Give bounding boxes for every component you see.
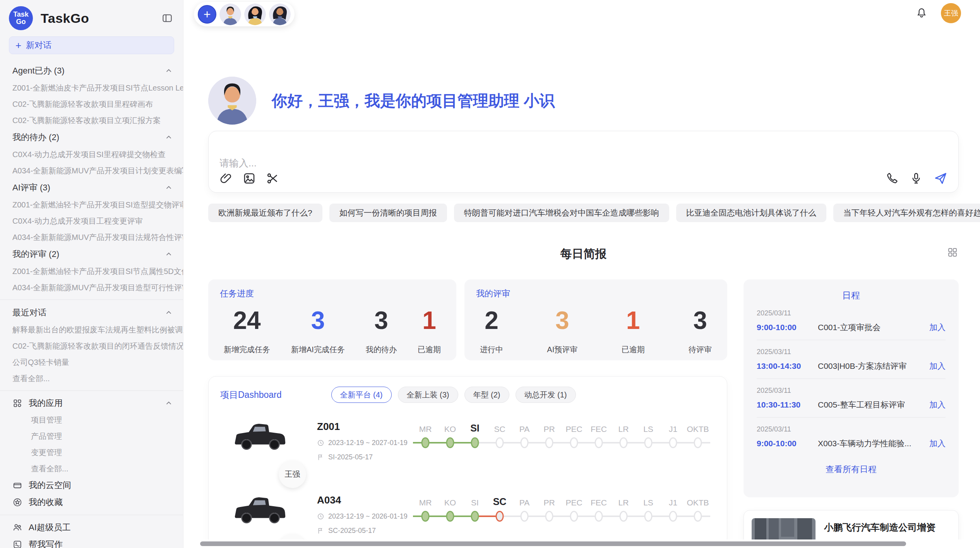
milestone-node	[669, 437, 677, 448]
chat-input-placeholder[interactable]: 请输入...	[219, 157, 947, 170]
recent-chats-header[interactable]: 最近对话	[0, 304, 183, 322]
notification-bell-icon[interactable]	[915, 7, 928, 19]
stat-card-title: 我的评审	[476, 288, 716, 300]
milestone-node	[595, 437, 603, 448]
milestone-label: OKTB	[687, 493, 709, 507]
project-row[interactable]: 王强Z0012023-12-19 ~ 2027-01-19SI-2025-05-…	[220, 418, 715, 476]
stat-value: 24	[233, 307, 260, 334]
event-join-link[interactable]: 加入	[929, 361, 946, 372]
sidebar-task-item[interactable]: C02-飞腾新能源轻客改款项目立项汇报方案	[0, 112, 183, 128]
voice-call-icon[interactable]	[886, 172, 899, 185]
member-avatar[interactable]	[219, 3, 241, 25]
sidebar-tool-ai-staff-icon[interactable]: AI超级员工	[0, 519, 183, 536]
stat-items: 2进行中3AI预评审1已逾期3待评审	[476, 307, 716, 355]
my-apps-header[interactable]: 我的应用	[0, 395, 183, 412]
milestone-node-row	[413, 436, 438, 449]
sidebar-task-item[interactable]: C0X4-动力总成开发项目工程变更评审	[0, 213, 183, 229]
suggestion-chips: 欧洲新规最近颁布了什么?如何写一份清晰的项目周报特朗普可能对进口汽车增税会对中国…	[208, 204, 959, 222]
recent-chat-item[interactable]: C02-飞腾新能源轻客改款项目的闭环通告反馈情况	[0, 338, 183, 354]
add-conversation-button[interactable]: +	[198, 5, 216, 24]
milestone: SC	[487, 419, 512, 476]
project-name: A034	[317, 494, 410, 506]
milestone-node-row	[685, 510, 710, 523]
sidebar-task-item[interactable]: A034-全新新能源MUV产品开发项目计划变更表编写	[0, 163, 183, 179]
milestone-label: KO	[444, 419, 456, 434]
event-name: X003-车辆动力学性能验...	[818, 438, 929, 449]
milestone-node-row	[487, 436, 512, 449]
app-sub-item[interactable]: 项目管理	[0, 412, 183, 428]
section-header[interactable]: 我的评审 (2)	[0, 245, 183, 263]
sidebar-task-item[interactable]: C02-飞腾新能源轻客改款项目里程碑画布	[0, 96, 183, 112]
dashboard-filter-tab[interactable]: 年型 (2)	[464, 387, 509, 403]
suggestion-chip[interactable]: 如何写一份清晰的项目周报	[329, 204, 447, 222]
app-logo: Task Go	[9, 6, 33, 30]
milestone-label: J1	[669, 419, 677, 434]
milestone-node	[521, 437, 529, 448]
recent-chat-item[interactable]: 查看全部...	[0, 370, 183, 387]
section-header[interactable]: 我的待办 (2)	[0, 128, 183, 146]
suggestion-chip[interactable]: 特朗普可能对进口汽车增税会对中国车企造成哪些影响	[454, 204, 669, 222]
screenshot-scissors-icon[interactable]	[266, 172, 279, 185]
event-join-link[interactable]: 加入	[929, 399, 946, 410]
milestone-track: MRKOSISCPAPRPECFECLRLSJ1OKTB	[413, 418, 710, 476]
chat-input-card[interactable]: 请输入...	[208, 131, 959, 193]
milestone: PR	[537, 419, 562, 476]
dashboard-filter-tab[interactable]: 动总开发 (1)	[516, 387, 576, 403]
milestone-node	[694, 511, 702, 522]
project-flag-milestone: SC-2025-05-17	[317, 527, 410, 535]
project-list: 王强Z0012023-12-19 ~ 2027-01-19SI-2025-05-…	[220, 418, 715, 548]
new-chat-button[interactable]: + 新对话	[9, 36, 174, 54]
briefing-layout-icon[interactable]	[947, 247, 958, 258]
stat-label: 进行中	[480, 344, 503, 355]
milestone-label: PA	[519, 493, 529, 507]
sidebar-task-item[interactable]: Z001-全新燃油轻卡产品开发项目SI节点属性5D文件评审	[0, 263, 183, 279]
conversation-avatars: +	[194, 2, 295, 26]
stat-item: 3我的待办	[366, 307, 397, 355]
recent-chat-item[interactable]: 公司Q3轻卡销量	[0, 354, 183, 370]
main-area: + 王强 你好，王强，我是你的项目管理助理 小识 请输入...	[183, 0, 980, 548]
microphone-icon[interactable]	[910, 172, 923, 185]
recent-chat-item[interactable]: 解释最新出台的欧盟报废车法规再生塑料比例被调至15%...	[0, 322, 183, 338]
sidebar-link-cloud-space-icon[interactable]: 我的云空间	[0, 477, 183, 494]
section-header[interactable]: AI评审 (3)	[0, 179, 183, 197]
sidebar-task-item[interactable]: A034-全新新能源MUV产品开发项目造型可行性评审	[0, 279, 183, 296]
dashboard-filter-tab[interactable]: 全新平台 (4)	[331, 387, 392, 403]
image-upload-icon[interactable]	[243, 172, 256, 185]
sidebar-collapse-icon[interactable]	[161, 12, 173, 24]
sidebar-task-item[interactable]: C0X4-动力总成开发项目SI里程碑提交物检查	[0, 146, 183, 163]
app-sub-item[interactable]: 产品管理	[0, 428, 183, 444]
milestone-node	[421, 437, 430, 448]
suggestion-chip[interactable]: 比亚迪全固态电池计划具体说了什么	[676, 204, 826, 222]
stat-item: 3待评审	[689, 307, 712, 355]
app-sub-item[interactable]: 查看全部...	[0, 461, 183, 477]
chevron-up-icon	[164, 399, 173, 408]
app-sub-item[interactable]: 变更管理	[0, 444, 183, 461]
sidebar-tool-writing-icon[interactable]: 帮我写作	[0, 536, 183, 548]
dashboard-filter-tab[interactable]: 全新上装 (3)	[398, 387, 458, 403]
member-avatar[interactable]	[244, 3, 266, 25]
event-join-link[interactable]: 加入	[929, 438, 946, 449]
view-all-schedule-link[interactable]: 查看所有日程	[757, 464, 946, 475]
milestone-node-row	[512, 436, 537, 449]
event-join-link[interactable]: 加入	[929, 322, 946, 333]
user-avatar[interactable]: 王强	[941, 3, 961, 23]
send-icon[interactable]	[934, 171, 947, 185]
member-avatar[interactable]	[269, 3, 291, 25]
milestone-label: LS	[643, 419, 653, 434]
sidebar-task-item[interactable]: Z001-全新燃油皮卡产品开发项目SI节点Lesson Learn报告	[0, 80, 183, 96]
attachment-icon[interactable]	[219, 172, 233, 185]
suggestion-chip[interactable]: 欧洲新规最近颁布了什么?	[208, 204, 322, 222]
stat-label: 已逾期	[418, 344, 441, 355]
section-header[interactable]: Agent已办 (3)	[0, 62, 183, 80]
sidebar-link-favorites-star-icon[interactable]: 我的收藏	[0, 494, 183, 511]
milestone-label: LR	[618, 493, 629, 507]
sidebar-task-item[interactable]: Z001-全新燃油轻卡产品开发项目SI造型提交物评审	[0, 197, 183, 213]
sidebar-scroll: Agent已办 (3)Z001-全新燃油皮卡产品开发项目SI节点Lesson L…	[0, 60, 183, 548]
stat-card-title: 任务进度	[220, 288, 445, 300]
horizontal-scrollbar-thumb[interactable]	[200, 541, 906, 546]
milestone-node	[471, 511, 479, 522]
suggestion-chip[interactable]: 当下年轻人对汽车外观有怎样的喜好趋势	[833, 204, 980, 222]
sidebar-task-item[interactable]: A034-全新新能源MUV产品开发项目法规符合性评审	[0, 229, 183, 245]
milestone-node-row	[463, 436, 487, 449]
milestone-node	[446, 511, 454, 522]
